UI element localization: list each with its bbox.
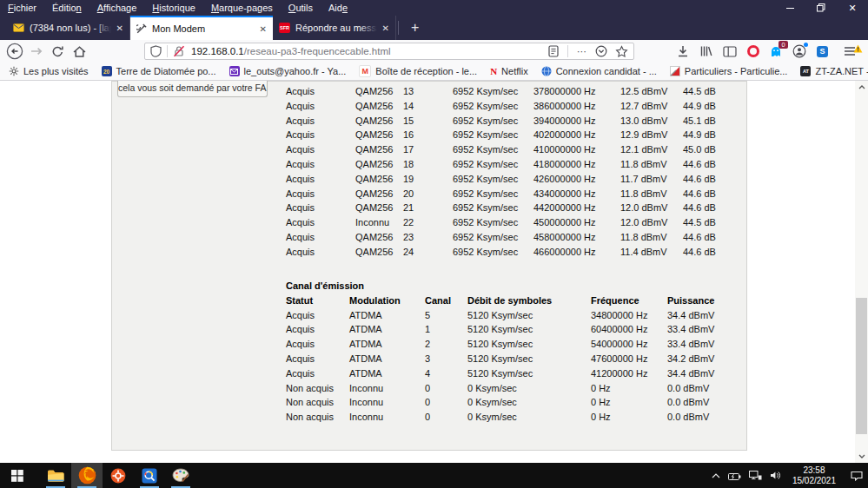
page-scrollbar[interactable] [855,81,868,463]
menu-bar: FichierÉditionAffichageHistoriqueMarque-… [0,0,355,16]
menu-fichier[interactable]: Fichier [0,0,44,16]
sidebar-toggle-icon[interactable] [723,46,737,57]
table-cell: 45.1 dB [683,114,744,129]
tab-close-icon[interactable]: ✕ [382,23,389,33]
paint-palette-taskbar-button[interactable] [165,463,196,488]
settings-orange-taskbar-button[interactable] [103,463,134,488]
scroll-up-arrow-icon[interactable] [855,81,868,94]
upstream-title: Canal d'émission [286,279,745,293]
bookmark-item-0[interactable]: Les plus visités [9,66,89,76]
minimize-icon [786,8,794,9]
reload-button[interactable] [47,45,69,58]
menu-edition[interactable]: Édition [44,0,89,16]
download-icon[interactable] [677,45,689,57]
menu-affichage[interactable]: Affichage [89,0,145,16]
table-cell: QAM256 [355,245,403,260]
table-cell: 11.4 dBmV [620,245,683,260]
bookmark-item-7[interactable]: ATZT-ZA.NET - Zone Tele... [800,66,868,76]
table-cell: 12.5 dBmV [620,84,683,99]
explorer-taskbar-button[interactable] [40,463,71,488]
table-cell: 6952 Ksym/sec [453,128,533,142]
tab-modem[interactable]: Mon Modem✕ [130,16,273,40]
menu-outils[interactable]: Outils [281,0,321,16]
reader-mode-icon[interactable] [548,45,559,57]
page-actions-icon[interactable]: ⋯ [577,46,587,57]
tab-close-icon[interactable]: ✕ [116,23,123,33]
table-cell: 0 Hz [591,381,667,396]
new-tab-button[interactable]: + [401,16,429,40]
action-center-icon[interactable] [851,471,863,481]
table-cell: 5120 Ksym/sec [467,352,591,366]
fai-note: cela vous soit demandé par votre FAI. [117,81,268,97]
bookmark-item-2[interactable]: le_outs@yahoo.fr - Ya... [229,66,347,76]
taskbar-clock[interactable]: 23:58 15/02/2021 [789,465,839,485]
bookmark-item-3[interactable]: MBoîte de réception - le... [359,65,477,77]
table-cell: 44.6 dB [683,187,744,201]
extension-s-icon[interactable]: S [817,46,828,57]
table-cell: Acquis [286,99,355,114]
column-header: Débit de symboles [467,293,591,308]
screen: { "window": { "controls": { "minimize": … [0,0,868,488]
menu-hamburger-icon[interactable] [844,46,856,56]
extension-opera-o-icon[interactable] [747,45,759,57]
account-icon[interactable] [792,44,806,58]
table-cell: 6952 Ksym/sec [453,157,533,172]
restore-icon [817,3,825,12]
firefox-taskbar-button[interactable] [71,463,103,488]
table-cell: Inconnu [349,381,425,396]
tracking-protection-shield-icon[interactable] [150,45,162,57]
bookmark-star-icon[interactable] [615,45,628,58]
scroll-down-arrow-icon[interactable] [855,450,868,463]
window-controls: ✕ [774,0,868,16]
home-button[interactable] [69,45,90,58]
battery-icon[interactable] [728,472,741,480]
table-cell: 44.6 dB [683,172,744,187]
library-icon[interactable] [699,45,712,57]
bookmark-label: Terre de Diatomée po... [116,66,216,76]
close-button[interactable]: ✕ [837,0,868,16]
downstream-row: AcquisQAM256136952 Ksym/sec378000000 Hz1… [286,84,745,99]
table-cell: 4 [425,366,467,381]
table-cell: 0 [425,395,467,410]
extension-ghostery-icon[interactable]: 0 [770,45,782,57]
table-cell: 41200000 Hz [591,366,667,381]
table-cell: 6952 Ksym/sec [453,187,533,201]
table-cell: 5120 Ksym/sec [467,366,591,381]
table-cell: 11.8 dBmV [620,187,683,201]
url-bar[interactable]: 192.168.0.1/reseau-pa3-frequencecable.ht… [144,43,634,60]
bookmark-label: le_outs@yahoo.fr - Ya... [244,66,347,76]
bookmark-item-6[interactable]: Particuliers - Particulie... [670,66,788,76]
back-button[interactable] [3,42,25,61]
minimize-button[interactable] [774,0,805,16]
tab-sfr[interactable]: SFRRépondre au message - La Con✕ [273,16,396,40]
table-cell: 6952 Ksym/sec [453,201,533,215]
bookmark-item-1[interactable]: 20Terre de Diatomée po... [102,66,216,76]
windows-taskbar: 23:58 15/02/2021 [0,463,868,488]
table-cell: QAM256 [355,230,403,245]
start-button[interactable] [0,463,35,488]
volume-icon[interactable] [770,471,781,480]
table-cell: 13.0 dBmV [620,114,683,129]
scrollbar-thumb[interactable] [856,298,867,434]
insecure-lock-icon[interactable] [173,45,185,57]
tab-laposte[interactable]: (7384 non lus) - [laposte.net »M✕ [7,16,130,40]
menu-marque-pages[interactable]: Marque-pages [203,0,281,16]
table-cell: 44.6 dB [683,230,744,245]
tab-close-icon[interactable]: ✕ [260,24,267,34]
network-icon[interactable] [749,471,762,480]
restore-button[interactable] [805,0,837,16]
bookmark-label: Netflix [501,66,528,76]
pocket-icon[interactable] [595,45,607,57]
bookmark-item-4[interactable]: NNetflix [490,66,528,76]
url-text[interactable]: 192.168.0.1/reseau-pa3-frequencecable.ht… [191,46,548,56]
table-cell: 6952 Ksym/sec [453,114,533,129]
bookmark-item-5[interactable]: Connexion candidat - ... [541,66,657,76]
search-colors-taskbar-button[interactable] [134,463,165,488]
system-tray: 23:58 15/02/2021 [712,465,868,485]
forward-button[interactable] [25,45,47,57]
table-cell: 5 [425,308,467,323]
menu-historique[interactable]: Historique [144,0,203,16]
tray-chevron-up-icon[interactable] [712,473,720,478]
forward-icon [30,45,43,57]
menu-aide[interactable]: Aide [321,0,355,16]
